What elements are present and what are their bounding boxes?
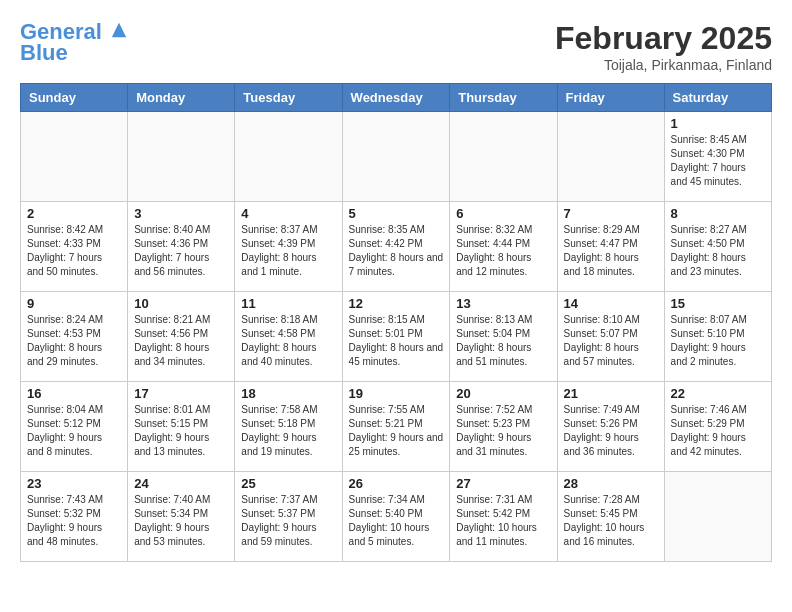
day-number: 22 xyxy=(671,386,765,401)
day-number: 12 xyxy=(349,296,444,311)
day-number: 4 xyxy=(241,206,335,221)
day-info: Sunrise: 8:27 AM Sunset: 4:50 PM Dayligh… xyxy=(671,223,765,279)
day-number: 5 xyxy=(349,206,444,221)
day-info: Sunrise: 8:10 AM Sunset: 5:07 PM Dayligh… xyxy=(564,313,658,369)
day-info: Sunrise: 7:37 AM Sunset: 5:37 PM Dayligh… xyxy=(241,493,335,549)
day-cell: 28Sunrise: 7:28 AM Sunset: 5:45 PM Dayli… xyxy=(557,472,664,562)
day-cell xyxy=(557,112,664,202)
week-row-4: 16Sunrise: 8:04 AM Sunset: 5:12 PM Dayli… xyxy=(21,382,772,472)
col-thursday: Thursday xyxy=(450,84,557,112)
day-number: 26 xyxy=(349,476,444,491)
day-number: 25 xyxy=(241,476,335,491)
week-row-2: 2Sunrise: 8:42 AM Sunset: 4:33 PM Daylig… xyxy=(21,202,772,292)
day-cell xyxy=(128,112,235,202)
week-row-3: 9Sunrise: 8:24 AM Sunset: 4:53 PM Daylig… xyxy=(21,292,772,382)
day-info: Sunrise: 8:29 AM Sunset: 4:47 PM Dayligh… xyxy=(564,223,658,279)
day-info: Sunrise: 7:43 AM Sunset: 5:32 PM Dayligh… xyxy=(27,493,121,549)
day-number: 6 xyxy=(456,206,550,221)
page-header: General Blue February 2025 Toijala, Pirk… xyxy=(20,20,772,73)
day-info: Sunrise: 8:40 AM Sunset: 4:36 PM Dayligh… xyxy=(134,223,228,279)
day-info: Sunrise: 7:34 AM Sunset: 5:40 PM Dayligh… xyxy=(349,493,444,549)
day-info: Sunrise: 8:45 AM Sunset: 4:30 PM Dayligh… xyxy=(671,133,765,189)
day-number: 13 xyxy=(456,296,550,311)
day-cell: 4Sunrise: 8:37 AM Sunset: 4:39 PM Daylig… xyxy=(235,202,342,292)
day-number: 14 xyxy=(564,296,658,311)
day-cell: 24Sunrise: 7:40 AM Sunset: 5:34 PM Dayli… xyxy=(128,472,235,562)
day-cell: 12Sunrise: 8:15 AM Sunset: 5:01 PM Dayli… xyxy=(342,292,450,382)
day-info: Sunrise: 8:04 AM Sunset: 5:12 PM Dayligh… xyxy=(27,403,121,459)
day-info: Sunrise: 8:37 AM Sunset: 4:39 PM Dayligh… xyxy=(241,223,335,279)
title-block: February 2025 Toijala, Pirkanmaa, Finlan… xyxy=(555,20,772,73)
day-number: 28 xyxy=(564,476,658,491)
day-cell: 18Sunrise: 7:58 AM Sunset: 5:18 PM Dayli… xyxy=(235,382,342,472)
day-number: 10 xyxy=(134,296,228,311)
col-saturday: Saturday xyxy=(664,84,771,112)
day-number: 1 xyxy=(671,116,765,131)
day-number: 21 xyxy=(564,386,658,401)
day-cell: 25Sunrise: 7:37 AM Sunset: 5:37 PM Dayli… xyxy=(235,472,342,562)
calendar-table: Sunday Monday Tuesday Wednesday Thursday… xyxy=(20,83,772,562)
day-cell: 3Sunrise: 8:40 AM Sunset: 4:36 PM Daylig… xyxy=(128,202,235,292)
day-info: Sunrise: 7:49 AM Sunset: 5:26 PM Dayligh… xyxy=(564,403,658,459)
day-cell xyxy=(21,112,128,202)
day-cell: 9Sunrise: 8:24 AM Sunset: 4:53 PM Daylig… xyxy=(21,292,128,382)
day-number: 3 xyxy=(134,206,228,221)
day-cell: 5Sunrise: 8:35 AM Sunset: 4:42 PM Daylig… xyxy=(342,202,450,292)
day-cell: 23Sunrise: 7:43 AM Sunset: 5:32 PM Dayli… xyxy=(21,472,128,562)
day-number: 9 xyxy=(27,296,121,311)
logo: General Blue xyxy=(20,20,128,66)
day-info: Sunrise: 7:46 AM Sunset: 5:29 PM Dayligh… xyxy=(671,403,765,459)
day-cell xyxy=(342,112,450,202)
day-info: Sunrise: 8:24 AM Sunset: 4:53 PM Dayligh… xyxy=(27,313,121,369)
day-cell: 2Sunrise: 8:42 AM Sunset: 4:33 PM Daylig… xyxy=(21,202,128,292)
calendar-header-row: Sunday Monday Tuesday Wednesday Thursday… xyxy=(21,84,772,112)
week-row-5: 23Sunrise: 7:43 AM Sunset: 5:32 PM Dayli… xyxy=(21,472,772,562)
day-info: Sunrise: 8:18 AM Sunset: 4:58 PM Dayligh… xyxy=(241,313,335,369)
col-sunday: Sunday xyxy=(21,84,128,112)
day-cell: 13Sunrise: 8:13 AM Sunset: 5:04 PM Dayli… xyxy=(450,292,557,382)
day-number: 17 xyxy=(134,386,228,401)
day-info: Sunrise: 8:21 AM Sunset: 4:56 PM Dayligh… xyxy=(134,313,228,369)
day-cell: 19Sunrise: 7:55 AM Sunset: 5:21 PM Dayli… xyxy=(342,382,450,472)
day-info: Sunrise: 8:07 AM Sunset: 5:10 PM Dayligh… xyxy=(671,313,765,369)
day-info: Sunrise: 7:55 AM Sunset: 5:21 PM Dayligh… xyxy=(349,403,444,459)
day-cell: 10Sunrise: 8:21 AM Sunset: 4:56 PM Dayli… xyxy=(128,292,235,382)
svg-marker-0 xyxy=(112,23,126,37)
day-cell: 1Sunrise: 8:45 AM Sunset: 4:30 PM Daylig… xyxy=(664,112,771,202)
day-cell: 21Sunrise: 7:49 AM Sunset: 5:26 PM Dayli… xyxy=(557,382,664,472)
day-info: Sunrise: 8:15 AM Sunset: 5:01 PM Dayligh… xyxy=(349,313,444,369)
day-number: 20 xyxy=(456,386,550,401)
day-number: 8 xyxy=(671,206,765,221)
day-cell xyxy=(664,472,771,562)
day-info: Sunrise: 7:31 AM Sunset: 5:42 PM Dayligh… xyxy=(456,493,550,549)
day-number: 7 xyxy=(564,206,658,221)
day-number: 19 xyxy=(349,386,444,401)
logo-icon xyxy=(110,21,128,39)
day-info: Sunrise: 7:58 AM Sunset: 5:18 PM Dayligh… xyxy=(241,403,335,459)
day-info: Sunrise: 8:13 AM Sunset: 5:04 PM Dayligh… xyxy=(456,313,550,369)
day-info: Sunrise: 8:42 AM Sunset: 4:33 PM Dayligh… xyxy=(27,223,121,279)
day-info: Sunrise: 8:32 AM Sunset: 4:44 PM Dayligh… xyxy=(456,223,550,279)
col-wednesday: Wednesday xyxy=(342,84,450,112)
day-cell: 22Sunrise: 7:46 AM Sunset: 5:29 PM Dayli… xyxy=(664,382,771,472)
location-subtitle: Toijala, Pirkanmaa, Finland xyxy=(555,57,772,73)
col-monday: Monday xyxy=(128,84,235,112)
day-cell xyxy=(450,112,557,202)
day-number: 18 xyxy=(241,386,335,401)
day-cell: 14Sunrise: 8:10 AM Sunset: 5:07 PM Dayli… xyxy=(557,292,664,382)
day-cell: 6Sunrise: 8:32 AM Sunset: 4:44 PM Daylig… xyxy=(450,202,557,292)
day-cell: 16Sunrise: 8:04 AM Sunset: 5:12 PM Dayli… xyxy=(21,382,128,472)
day-cell: 20Sunrise: 7:52 AM Sunset: 5:23 PM Dayli… xyxy=(450,382,557,472)
day-cell: 27Sunrise: 7:31 AM Sunset: 5:42 PM Dayli… xyxy=(450,472,557,562)
day-cell xyxy=(235,112,342,202)
day-cell: 7Sunrise: 8:29 AM Sunset: 4:47 PM Daylig… xyxy=(557,202,664,292)
day-number: 27 xyxy=(456,476,550,491)
col-tuesday: Tuesday xyxy=(235,84,342,112)
day-info: Sunrise: 7:28 AM Sunset: 5:45 PM Dayligh… xyxy=(564,493,658,549)
day-number: 16 xyxy=(27,386,121,401)
week-row-1: 1Sunrise: 8:45 AM Sunset: 4:30 PM Daylig… xyxy=(21,112,772,202)
day-cell: 11Sunrise: 8:18 AM Sunset: 4:58 PM Dayli… xyxy=(235,292,342,382)
day-cell: 17Sunrise: 8:01 AM Sunset: 5:15 PM Dayli… xyxy=(128,382,235,472)
day-number: 15 xyxy=(671,296,765,311)
day-info: Sunrise: 8:35 AM Sunset: 4:42 PM Dayligh… xyxy=(349,223,444,279)
